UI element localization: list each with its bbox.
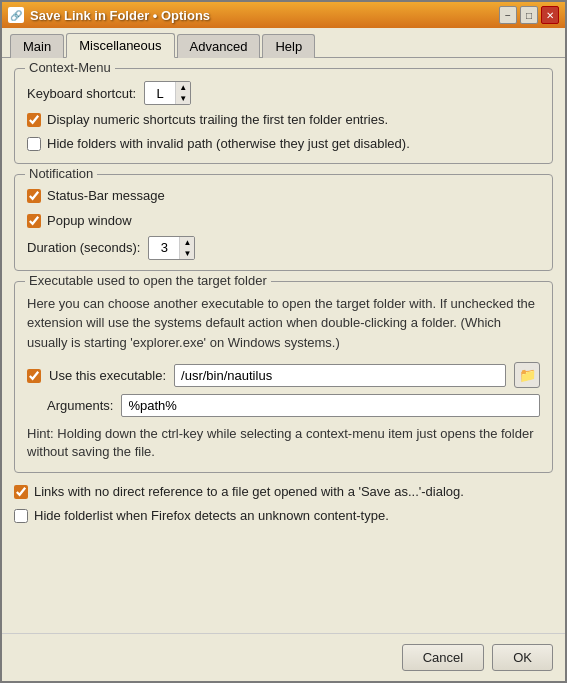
- context-menu-group-label: Context-Menu: [25, 60, 115, 75]
- tab-bar: Main Miscellaneous Advanced Help: [2, 28, 565, 58]
- cancel-button[interactable]: Cancel: [402, 644, 484, 671]
- popup-window-row: Popup window: [27, 212, 540, 230]
- keyboard-shortcut-label: Keyboard shortcut:: [27, 86, 136, 101]
- status-bar-checkbox[interactable]: [27, 189, 41, 203]
- use-executable-row: Use this executable: 📁: [27, 362, 540, 388]
- save-as-dialog-checkbox[interactable]: [14, 485, 28, 499]
- executable-group: Executable used to open the target folde…: [14, 281, 553, 473]
- keyboard-shortcut-spinner[interactable]: L ▲ ▼: [144, 81, 191, 105]
- use-executable-label[interactable]: Use this executable:: [49, 368, 166, 383]
- titlebar-left: 🔗 Save Link in Folder • Options: [8, 7, 210, 23]
- context-menu-group: Context-Menu Keyboard shortcut: L ▲ ▼ Di…: [14, 68, 553, 164]
- notification-group-label: Notification: [25, 166, 97, 181]
- hide-folderlist-label[interactable]: Hide folderlist when Firefox detects an …: [34, 507, 389, 525]
- tab-main[interactable]: Main: [10, 34, 64, 58]
- duration-spinner[interactable]: 3 ▲ ▼: [148, 236, 195, 260]
- ok-button[interactable]: OK: [492, 644, 553, 671]
- hint-text: Hint: Holding down the ctrl-key while se…: [27, 425, 540, 461]
- executable-path-input[interactable]: [174, 364, 506, 387]
- tab-help[interactable]: Help: [262, 34, 315, 58]
- executable-description: Here you can choose another executable t…: [27, 294, 540, 353]
- duration-row: Duration (seconds): 3 ▲ ▼: [27, 236, 540, 260]
- arguments-input[interactable]: [121, 394, 540, 417]
- shortcut-value: L: [145, 84, 175, 103]
- display-numeric-row: Display numeric shortcuts trailing the f…: [27, 111, 540, 129]
- status-bar-row: Status-Bar message: [27, 187, 540, 205]
- keyboard-shortcut-row: Keyboard shortcut: L ▲ ▼: [27, 81, 540, 105]
- use-executable-checkbox[interactable]: [27, 369, 41, 383]
- window-title: Save Link in Folder • Options: [30, 8, 210, 23]
- duration-value: 3: [149, 238, 179, 257]
- hide-folderlist-row: Hide folderlist when Firefox detects an …: [14, 507, 553, 525]
- browse-folder-button[interactable]: 📁: [514, 362, 540, 388]
- folder-icon: 📁: [519, 367, 536, 383]
- window-icon: 🔗: [8, 7, 24, 23]
- spinner-buttons: ▲ ▼: [175, 82, 190, 104]
- maximize-button[interactable]: □: [520, 6, 538, 24]
- save-as-dialog-row: Links with no direct reference to a file…: [14, 483, 553, 501]
- display-numeric-label[interactable]: Display numeric shortcuts trailing the f…: [47, 111, 388, 129]
- arguments-row: Arguments:: [27, 394, 540, 417]
- spinner-down-button[interactable]: ▼: [176, 93, 190, 104]
- main-window: 🔗 Save Link in Folder • Options − □ ✕ Ma…: [0, 0, 567, 683]
- minimize-button[interactable]: −: [499, 6, 517, 24]
- hide-invalid-row: Hide folders with invalid path (otherwis…: [27, 135, 540, 153]
- tab-advanced[interactable]: Advanced: [177, 34, 261, 58]
- hide-invalid-label[interactable]: Hide folders with invalid path (otherwis…: [47, 135, 410, 153]
- save-as-dialog-label[interactable]: Links with no direct reference to a file…: [34, 483, 464, 501]
- hide-invalid-checkbox[interactable]: [27, 137, 41, 151]
- duration-spinner-buttons: ▲ ▼: [179, 237, 194, 259]
- footer: Cancel OK: [2, 633, 565, 681]
- executable-group-label: Executable used to open the target folde…: [25, 273, 271, 288]
- display-numeric-checkbox[interactable]: [27, 113, 41, 127]
- titlebar-buttons: − □ ✕: [499, 6, 559, 24]
- status-bar-label[interactable]: Status-Bar message: [47, 187, 165, 205]
- spinner-up-button[interactable]: ▲: [176, 82, 190, 93]
- standalone-options: Links with no direct reference to a file…: [14, 483, 553, 525]
- hide-folderlist-checkbox[interactable]: [14, 509, 28, 523]
- tab-miscellaneous[interactable]: Miscellaneous: [66, 33, 174, 58]
- content-area: Context-Menu Keyboard shortcut: L ▲ ▼ Di…: [2, 58, 565, 633]
- close-button[interactable]: ✕: [541, 6, 559, 24]
- notification-group: Notification Status-Bar message Popup wi…: [14, 174, 553, 270]
- duration-up-button[interactable]: ▲: [180, 237, 194, 248]
- duration-down-button[interactable]: ▼: [180, 248, 194, 259]
- duration-label: Duration (seconds):: [27, 240, 140, 255]
- arguments-label: Arguments:: [47, 398, 113, 413]
- popup-window-label[interactable]: Popup window: [47, 212, 132, 230]
- popup-window-checkbox[interactable]: [27, 214, 41, 228]
- titlebar: 🔗 Save Link in Folder • Options − □ ✕: [2, 2, 565, 28]
